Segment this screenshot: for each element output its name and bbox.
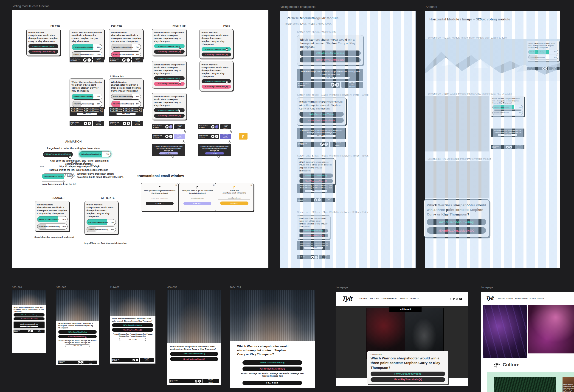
nav-sports[interactable]: SPORTS — [530, 297, 536, 299]
thumb-label-320[interactable]: 320x568 — [12, 286, 22, 289]
thumb-label-homepage-1[interactable]: homepage — [336, 286, 348, 289]
facebook-icon[interactable] — [88, 122, 91, 125]
nav-sports[interactable]: SPORTS — [400, 298, 408, 300]
follow-the-result-button[interactable]: FOLLOWTHERESULT — [34, 330, 44, 333]
facebook-icon[interactable] — [169, 135, 172, 138]
cta-button[interactable]: CTA TEXT — [20, 326, 38, 328]
cta-button[interactable]: CTA TEXT — [243, 381, 302, 385]
vote-result-bar-a[interactable]: #WhoCaresAboutVoting 70% — [86, 219, 116, 225]
vote-option-button-b[interactable]: #DontPlayXmasMusicQQ — [14, 317, 44, 320]
culture-heading[interactable]: Culture — [493, 362, 520, 368]
vote-option-button-b[interactable]: #DontPlayXmasMusicQQ — [202, 53, 231, 57]
tylt-logo[interactable]: Tylt — [342, 295, 352, 302]
cta-button[interactable]: CTA TEXT — [116, 113, 136, 115]
cta-button[interactable]: CTA TEXT — [77, 113, 97, 115]
nav-politics[interactable]: POLITICS — [507, 297, 513, 299]
follow-the-result-button[interactable]: FOLLOWTHERESULT — [322, 198, 335, 202]
facebook-icon[interactable] — [215, 135, 218, 138]
twitter-icon[interactable] — [211, 135, 214, 138]
facebook-icon[interactable] — [315, 256, 317, 259]
follow-the-result-button[interactable]: FOLLOWTHERESULT — [319, 255, 330, 259]
vote-result-bar-a[interactable]: #WhoCaresAboutVoting 70% — [492, 105, 523, 110]
vote-option-button-a[interactable]: #WhoCaresAboutVoting — [14, 313, 44, 316]
vote-result-bar-b[interactable]: #DontPlayXmasMusicQQ 30% — [111, 51, 141, 57]
cta-button[interactable]: CTA TEXT — [304, 247, 323, 249]
facebook-icon[interactable] — [449, 298, 451, 300]
twitter-icon[interactable] — [331, 83, 334, 87]
animation-blink-bar[interactable]: #WhoCaresAboutVoting 70% — [79, 151, 111, 157]
twitter-icon[interactable] — [78, 361, 80, 363]
email-input[interactable] — [218, 196, 250, 200]
vote-option-button-b[interactable]: #DontPlayXmasMusicQQ — [299, 179, 333, 183]
nav-culture[interactable]: CULTURE — [498, 297, 505, 299]
vote-result-bar-b[interactable]: #DontPlayXmasMusicQQ 30% — [37, 224, 68, 230]
close-icon[interactable]: ✕ — [213, 184, 215, 186]
vote-result-bar-b[interactable]: #DontPlayXmasMusicQQ 30% — [86, 227, 116, 233]
instagram-icon[interactable] — [456, 298, 458, 300]
submit-button-hover[interactable]: SUBMIT — [184, 202, 211, 205]
vote-option-button-b[interactable]: #DontPlayXmasMusicQQ — [112, 328, 153, 332]
tylt-logo[interactable]: Tylt — [486, 295, 494, 301]
frame-label-artboard[interactable]: Artboard — [426, 5, 437, 8]
nav-politics[interactable]: POLITICS — [370, 298, 379, 300]
thumb-label-homepage-2[interactable]: homepage — [481, 286, 493, 289]
twitter-icon[interactable] — [452, 298, 455, 300]
follow-the-result-button[interactable]: FOLLOWTHERESULT — [132, 121, 143, 126]
vote-option-button-b[interactable]: #DontPlayXmasMusicQQ — [299, 118, 344, 123]
facebook-icon[interactable] — [136, 359, 138, 361]
twitter-icon[interactable] — [122, 58, 125, 62]
nav-culture[interactable]: CULTURE — [359, 298, 367, 300]
twitter-icon[interactable] — [84, 122, 87, 125]
close-icon[interactable]: ✕ — [175, 184, 177, 186]
vote-option-button-b[interactable]: #DontPlayXmasMusicQQ — [28, 50, 59, 54]
vote-option-button-b[interactable]: #DontPlayXmasMusicQQ — [58, 335, 97, 338]
facebook-icon[interactable] — [318, 198, 321, 201]
facebook-icon[interactable] — [545, 67, 547, 70]
facebook-icon[interactable] — [215, 125, 218, 128]
youtube-icon[interactable] — [459, 298, 462, 300]
frame-label-core[interactable]: Voting module core function — [13, 4, 49, 8]
follow-the-result-button[interactable]: FOLLOWTHERESULT — [140, 358, 154, 362]
follow-the-result-button[interactable]: FOLLOWTHERESULT — [549, 67, 559, 70]
follow-the-result-button[interactable]: FOLLOWTHERESULT — [93, 57, 104, 62]
nav-entertainment[interactable]: ENTERTAINMENT — [515, 297, 528, 299]
vote-option-button-b[interactable]: #DontPlayXmasMusicQQ — [299, 234, 328, 237]
thumb-label-414[interactable]: 414x667 — [110, 286, 119, 289]
twitter-icon[interactable] — [83, 58, 86, 62]
cta-button[interactable]: CTA TEXT — [65, 344, 90, 347]
follow-the-result-button[interactable]: FOLLOWTHERESULT — [330, 142, 346, 147]
follow-the-result-button[interactable]: FOLLOWTHERESULT — [203, 379, 219, 383]
follow-the-result-button[interactable]: FOLLOWTHERESULT — [174, 134, 185, 139]
vote-result-bar-b[interactable]: #DontPlayXmasMusicQQ 30% — [528, 55, 558, 59]
facebook-icon[interactable] — [31, 330, 33, 332]
vote-option-button-a[interactable]: #WhoCaresAboutVoting — [299, 229, 328, 233]
vote-option-button-a[interactable]: #WhoCaresAboutVoting — [28, 44, 59, 48]
vote-option-button-b[interactable]: #DontPlayXmasMusicQQ — [154, 114, 185, 118]
twitter-icon[interactable] — [165, 125, 168, 128]
vote-option-button-a[interactable]: #WhoCaresAboutVoting — [300, 51, 361, 56]
cta-button[interactable]: CTA TEXT — [205, 152, 224, 155]
twitter-icon[interactable] — [320, 142, 324, 146]
vote-option-button-b[interactable]: #DontPlayXmasMusicQQ — [202, 85, 231, 89]
vote-result-bar-b[interactable]: #DontPlayXmasMusicQQ 30% — [72, 51, 102, 57]
facebook-icon[interactable] — [335, 83, 339, 87]
follow-the-result-button[interactable]: FOLLOWTHERESULT — [84, 361, 97, 364]
vote-option-button-b[interactable]: #DontPlayXmasMusicQQ — [300, 57, 361, 62]
vote-result-bar-a[interactable]: #WhoCaresAboutVoting 70% — [37, 216, 68, 222]
vote-result-bar-a[interactable]: #WhoCaresAboutVoting 70% — [72, 44, 102, 50]
twitter-icon[interactable] — [123, 122, 126, 125]
facebook-icon[interactable] — [325, 142, 328, 146]
follow-the-result-button[interactable]: FOLLOWTHERESULT — [513, 145, 524, 149]
twitter-icon[interactable] — [165, 135, 168, 138]
cta-button[interactable]: CTA TEXT — [307, 135, 336, 137]
cta-button[interactable]: CTA TEXT — [498, 134, 517, 136]
close-button[interactable]: CLOSE — [220, 201, 249, 205]
cta-button[interactable]: CTA TEXT — [119, 338, 146, 341]
close-icon[interactable]: ✕ — [250, 184, 252, 186]
cta-button[interactable]: CTA TEXT — [159, 152, 178, 155]
vote-option-button-a[interactable]: #WhoCaresAboutVoting — [299, 112, 344, 117]
vote-option-button-a[interactable]: #WhoCaresAboutVoting — [170, 352, 218, 356]
vote-result-bar-a[interactable]: #WhoCaresAboutVoting 70% — [528, 50, 558, 54]
facebook-icon[interactable] — [87, 58, 91, 62]
nav-results[interactable]: RESULTS — [410, 298, 419, 300]
